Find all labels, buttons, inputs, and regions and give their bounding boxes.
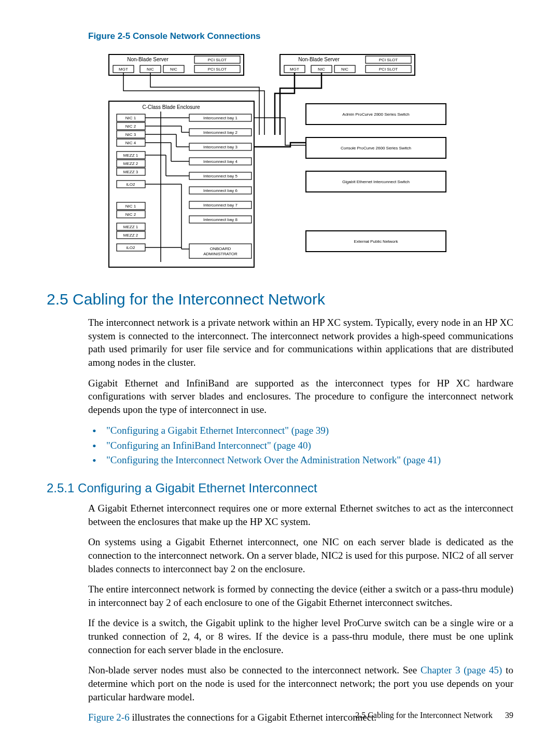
svg-text:iLO2: iLO2 — [127, 245, 135, 250]
document-page: Figure 2-5 Console Network Connections .… — [0, 0, 560, 746]
footer-section-title: 2.5 Cabling for the Interconnect Network — [355, 711, 493, 720]
paragraph: On systems using a Gigabit Ethernet inte… — [47, 535, 513, 575]
svg-text:External Public Network: External Public Network — [354, 239, 399, 244]
svg-text:PCI SLOT: PCI SLOT — [379, 58, 398, 62]
text-run: Non-blade server nodes must also be conn… — [88, 665, 421, 675]
bullet-list: "Configuring a Gigabit Ethernet Intercon… — [47, 423, 513, 468]
paragraph: The entire interconnect network is forme… — [47, 583, 513, 609]
svg-text:C-Class Blade Enclosure: C-Class Blade Enclosure — [142, 104, 200, 110]
non-blade-server-left: Non-Blade Server PCI SLOT PCI SLOT MGT N… — [109, 54, 244, 75]
svg-text:Interconnect bay 6: Interconnect bay 6 — [203, 188, 237, 193]
text-run: illustrates the connections for a Gigabi… — [130, 712, 376, 723]
paragraph: Gigabit Ethernet and InfiniBand are supp… — [47, 377, 513, 417]
svg-text:iLO2: iLO2 — [127, 182, 135, 187]
paragraph: If the device is a switch, the Gigabit u… — [47, 616, 513, 656]
svg-text:Non-Blade Server: Non-Blade Server — [127, 57, 169, 62]
svg-text:Gigabit Ethernet Interconnect : Gigabit Ethernet Interconnect Switch — [342, 179, 410, 184]
section-2-5-heading: 2.5 Cabling for the Interconnect Network — [47, 291, 513, 308]
page-footer: 2.5 Cabling for the Interconnect Network… — [355, 711, 513, 720]
svg-text:PCI SLOT: PCI SLOT — [379, 67, 398, 72]
svg-text:NIC 2: NIC 2 — [125, 212, 136, 217]
non-blade-server-right: Non-Blade Server PCI SLOT PCI SLOT MGT N… — [280, 54, 415, 75]
svg-text:MEZZ 1: MEZZ 1 — [123, 153, 138, 158]
section-2-5-1-heading: 2.5.1 Configuring a Gigabit Ethernet Int… — [47, 481, 513, 495]
svg-text:Non-Blade Server: Non-Blade Server — [298, 57, 340, 62]
paragraph: Non-blade server nodes must also be conn… — [47, 664, 513, 703]
svg-text:ADMINISTRATOR: ADMINISTRATOR — [203, 252, 237, 256]
figure-caption: Figure 2-5 Console Network Connections — [88, 31, 513, 42]
xref-link[interactable]: "Configuring a Gigabit Ethernet Intercon… — [106, 425, 329, 436]
svg-text:Console ProCurve 2600 Series S: Console ProCurve 2600 Series Switch — [341, 146, 411, 150]
network-diagram: .bx { fill:#fff; stroke:#000; stroke-wid… — [99, 52, 461, 270]
svg-text:MGT: MGT — [119, 67, 128, 72]
svg-text:NIC: NIC — [170, 67, 177, 72]
paragraph: The interconnect network is a private ne… — [47, 316, 513, 369]
svg-text:MEZZ 1: MEZZ 1 — [123, 225, 138, 229]
list-item: "Configuring the Interconnect Network Ov… — [88, 453, 513, 468]
svg-text:Interconnect bay 3: Interconnect bay 3 — [203, 145, 237, 149]
svg-text:Interconnect bay 2: Interconnect bay 2 — [203, 130, 237, 135]
svg-text:Interconnect bay 5: Interconnect bay 5 — [203, 174, 237, 178]
svg-text:MEZZ 2: MEZZ 2 — [123, 233, 138, 238]
svg-text:MGT: MGT — [290, 67, 299, 72]
svg-text:Interconnect bay 1: Interconnect bay 1 — [203, 116, 237, 120]
xref-link[interactable]: "Configuring the Interconnect Network Ov… — [106, 454, 441, 465]
svg-text:Interconnect bay 4: Interconnect bay 4 — [203, 159, 237, 164]
paragraph: A Gigabit Ethernet interconnect requires… — [47, 502, 513, 528]
svg-text:NIC: NIC — [318, 67, 325, 72]
svg-text:NIC 1: NIC 1 — [125, 204, 136, 209]
svg-text:NIC 3: NIC 3 — [125, 132, 136, 137]
svg-text:ONBOARD: ONBOARD — [210, 246, 231, 251]
svg-text:NIC 2: NIC 2 — [125, 124, 136, 129]
xref-link[interactable]: Chapter 3 (page 45) — [421, 665, 502, 675]
svg-text:NIC 1: NIC 1 — [125, 116, 136, 120]
svg-text:MEZZ 2: MEZZ 2 — [123, 161, 138, 166]
svg-text:MEZZ 3: MEZZ 3 — [123, 170, 138, 174]
list-item: "Configuring a Gigabit Ethernet Intercon… — [88, 423, 513, 438]
svg-text:NIC 4: NIC 4 — [125, 141, 136, 145]
list-item: "Configuring an InfiniBand Interconnect"… — [88, 438, 513, 453]
svg-text:PCI SLOT: PCI SLOT — [208, 67, 227, 72]
svg-text:Admin ProCurve 2800 Series Swi: Admin ProCurve 2800 Series Switch — [342, 112, 409, 117]
svg-text:NIC: NIC — [341, 67, 348, 72]
page-number: 39 — [505, 711, 513, 720]
enclosure-left-ports: NIC 1 NIC 2 NIC 3 NIC 4 MEZZ 1 MEZZ 2 ME… — [117, 114, 145, 251]
xref-link[interactable]: "Configuring an InfiniBand Interconnect"… — [106, 440, 311, 451]
svg-text:PCI SLOT: PCI SLOT — [208, 58, 227, 62]
xref-link[interactable]: Figure 2-6 — [88, 712, 130, 723]
svg-text:Interconnect bay 8: Interconnect bay 8 — [203, 217, 237, 222]
svg-text:Interconnect bay 7: Interconnect bay 7 — [203, 203, 237, 208]
svg-text:NIC: NIC — [147, 67, 154, 72]
